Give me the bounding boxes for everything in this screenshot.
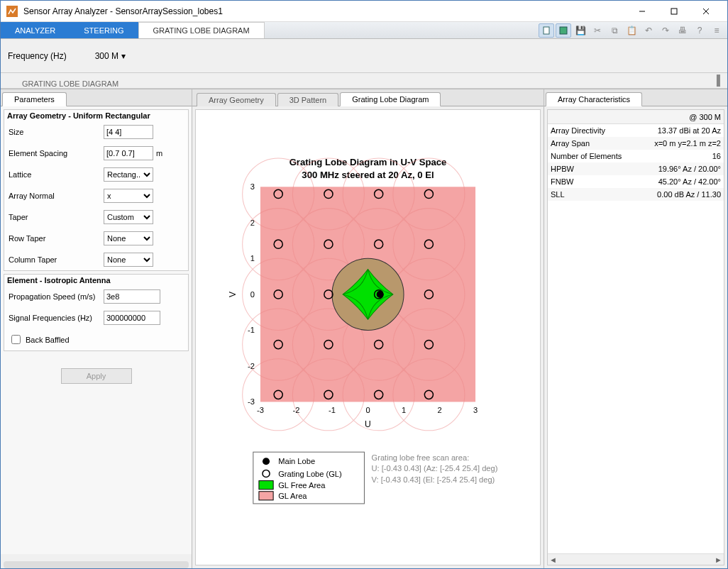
svg-text:GL Area: GL Area [278,492,307,500]
frequency-label: Frequency (Hz) [8,51,67,61]
char-header: @ 300 M [548,110,724,124]
disk-icon[interactable]: 💾 [573,23,588,38]
svg-text:0: 0 [365,406,370,414]
minimize-button[interactable] [626,1,658,22]
propagation-speed-label: Propagation Speed (m/s) [9,292,101,301]
app-icon [6,6,18,17]
char-label: Number of Elements [548,152,633,160]
svg-text:0: 0 [250,290,255,299]
char-label: HPBW [548,165,633,173]
scan-area-note: Grating lobe free scan area: U: [-0.43 0… [372,453,498,483]
char-value: 16 [633,152,724,160]
apply-button[interactable]: Apply [61,368,132,384]
quick-access-toolbar: 💾 ✂ ⧉ 📋 ↶ ↷ 🖶 ? ≡ [536,22,727,38]
section-title: GRATING LOBE DIAGRAM ▐ [1,73,727,89]
svg-text:2: 2 [437,406,441,414]
paste-icon[interactable]: 📋 [624,23,639,38]
taper-label: Taper [9,213,101,221]
svg-text:Grating Lobe (GL): Grating Lobe (GL) [278,470,342,478]
y-axis-label: V [228,291,238,297]
size-input[interactable] [104,125,153,139]
back-baffled-checkbox[interactable] [11,335,21,344]
help-icon[interactable]: ? [692,23,707,38]
tab-grating-lobe-diagram[interactable]: GRATING LOBE DIAGRAM [138,22,265,38]
row-taper-label: Row Taper [9,234,101,243]
svg-text:2: 2 [250,219,255,227]
propagation-speed-input[interactable] [104,289,160,304]
chevron-down-icon: ▾ [121,51,126,61]
close-button[interactable] [690,1,722,22]
maximize-button[interactable] [658,1,690,22]
undo-icon[interactable]: ↶ [641,23,656,38]
tab-grating-lobe[interactable]: Grating Lobe Diagram [340,92,441,106]
parameters-panel: Parameters Array Geometry - Uniform Rect… [1,89,192,568]
array-normal-select[interactable]: x [104,189,153,203]
left-scrollbar[interactable] [4,561,189,568]
tab-analyzer[interactable]: ANALYZER [1,22,70,38]
svg-point-41 [263,458,270,465]
char-label: Array Directivity [548,126,633,135]
char-row: Array Spanx=0 m y=2.1 m z=2 [548,137,724,150]
cut-icon[interactable]: ✂ [590,23,605,38]
collapse-ribbon-icon[interactable]: ▐ [713,74,720,86]
menu-icon[interactable]: ≡ [709,23,724,38]
svg-text:-1: -1 [329,406,336,414]
save-icon[interactable] [556,23,571,38]
array-normal-label: Array Normal [9,192,101,200]
element-spacing-input[interactable] [104,146,153,160]
row-taper-select[interactable]: None [104,231,153,245]
char-value: x=0 m y=2.1 m z=2 [633,139,724,148]
char-label: FNBW [548,177,633,186]
svg-text:3: 3 [473,406,478,414]
characteristics-panel: Array Characteristics @ 300 M Array Dire… [544,89,727,568]
ribbon-content: Frequency (Hz) 300 M ▾ [1,39,727,73]
svg-text:-1: -1 [248,326,255,334]
svg-text:-3: -3 [248,397,255,406]
svg-text:-2: -2 [293,406,300,414]
char-value: 0.00 dB Az / 11.30 [633,190,724,199]
char-row: SLL0.00 dB Az / 11.30 [548,188,724,201]
svg-text:Grating lobe free scan area:: Grating lobe free scan area: [372,453,470,462]
svg-text:U: [-0.43 0.43] (Az: [-25.4 25: U: [-0.43 0.43] (Az: [-25.4 25.4] deg) [372,464,498,473]
plot-panel: Array Geometry 3D Pattern Grating Lobe D… [192,89,544,568]
tab-array-characteristics[interactable]: Array Characteristics [546,92,642,106]
print-icon[interactable]: 🖶 [675,23,690,38]
char-row: Array Directivity13.37 dBi at 20 Az [548,124,724,137]
char-scrollbar[interactable]: ◄► [548,553,724,565]
chart-subtitle: 300 MHz steered at 20 Az, 0 El [302,170,434,180]
element-spacing-label: Element Spacing [9,149,101,158]
redo-icon[interactable]: ↷ [658,23,673,38]
x-axis-label: U [365,419,371,429]
main-lobe-marker [377,291,384,298]
svg-text:GL Free Area: GL Free Area [278,481,326,490]
char-value: 45.20° Az / 42.00° [633,177,724,186]
tab-parameters[interactable]: Parameters [2,92,67,106]
tab-3d-pattern[interactable]: 3D Pattern [277,93,339,106]
svg-text:1: 1 [402,406,406,414]
svg-text:3: 3 [250,182,255,191]
window-title: Sensor Array Analyzer - SensorArraySessi… [23,6,626,16]
grating-lobe-plot: Grating Lobe Diagram in U-V Space 300 MH… [195,109,541,565]
column-taper-select[interactable]: None [104,253,153,267]
char-label: Array Span [548,139,633,148]
tab-array-geometry[interactable]: Array Geometry [197,93,276,106]
frequency-dropdown[interactable]: 300 M ▾ [95,51,126,61]
title-bar: Sensor Array Analyzer - SensorArraySessi… [1,1,727,22]
chart-svg: Grating Lobe Diagram in U-V Space 300 MH… [196,110,540,565]
group-array-geometry: Array Geometry - Uniform Rectangular [4,110,188,121]
svg-rect-45 [259,481,273,490]
lattice-label: Lattice [9,170,101,179]
new-icon[interactable] [539,23,554,38]
char-row: Number of Elements16 [548,150,724,162]
svg-rect-47 [259,492,273,500]
size-label: Size [9,128,101,136]
back-baffled-label: Back Baffled [26,336,70,344]
spacing-unit[interactable]: m [156,149,169,158]
char-row: HPBW19.96° Az / 20.00° [548,162,724,175]
copy-icon[interactable]: ⧉ [607,23,622,38]
signal-frequencies-label: Signal Frequencies (Hz) [9,314,101,322]
signal-frequencies-input[interactable] [104,311,160,325]
tab-steering[interactable]: STEERING [70,22,138,38]
lattice-select[interactable]: Rectang... [104,167,153,182]
taper-select[interactable]: Custom [104,210,153,224]
